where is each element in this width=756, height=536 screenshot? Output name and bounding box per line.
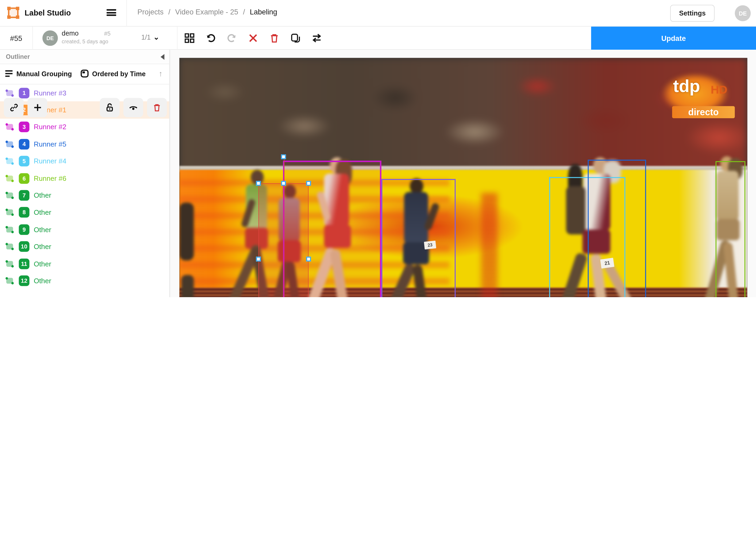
label-studio-logo-icon (7, 6, 20, 19)
breadcrumb-labeling: Labeling (250, 8, 277, 16)
resize-handle[interactable] (256, 181, 261, 185)
region-item[interactable]: 8 Other (0, 204, 169, 221)
motion-streak (481, 193, 497, 297)
bbox-icon (5, 276, 15, 285)
sort-direction-icon[interactable]: ↑ (159, 70, 162, 78)
bbox-icon (5, 139, 15, 149)
bbox-icon (5, 156, 15, 166)
region-number-badge: 3 (19, 122, 29, 132)
link-icon (9, 103, 18, 112)
trash-icon (153, 103, 161, 112)
region-actions (4, 98, 166, 117)
region-item-label: Other (34, 209, 51, 217)
plus-icon (33, 104, 41, 112)
region-item[interactable]: 9 Other (0, 221, 169, 238)
bbox-icon (5, 88, 15, 98)
collapse-panel-icon[interactable] (161, 54, 164, 60)
ordering-icon (80, 70, 89, 78)
bbox-icon (5, 259, 15, 269)
delete-region-button[interactable] (147, 98, 167, 117)
outliner-title: Outliner (6, 53, 30, 60)
region-item-label: Other (34, 243, 51, 251)
tv-logo: tdp (673, 76, 700, 97)
left-sidebar: Outliner Manual Grouping Ordered by Time… (0, 50, 170, 297)
rotation-connector (284, 157, 284, 184)
region-item-label: Runner #6 (34, 174, 66, 182)
chevron-down-icon[interactable]: ⌄ (153, 33, 160, 42)
region-item[interactable]: 11 Other (0, 255, 169, 272)
outliner-header: Outliner (0, 50, 169, 64)
lock-region-button[interactable] (100, 98, 119, 117)
region-number-badge: 12 (19, 276, 29, 286)
ordering-select[interactable]: Ordered by Time (80, 70, 146, 78)
swap-icon[interactable] (312, 33, 322, 43)
breadcrumb-projects[interactable]: Projects (138, 8, 164, 16)
region-number-badge: 6 (19, 173, 29, 184)
duplicate-icon[interactable] (291, 33, 300, 43)
region-item-label: Other (34, 277, 51, 285)
label-studio-app: Label Studio Projects / Video Example - … (0, 0, 756, 297)
rotate-handle[interactable] (281, 154, 286, 159)
region-number-badge: 9 (19, 224, 29, 235)
region-item-label: Runner #3 (34, 89, 66, 97)
bounding-box-runner-6[interactable] (716, 161, 745, 297)
resize-handle[interactable] (306, 256, 311, 261)
annotator-name: demo (62, 29, 79, 37)
region-item[interactable]: 5 Runner #4 (0, 153, 169, 170)
relation-button[interactable] (4, 98, 23, 117)
region-number-badge: 5 (19, 156, 29, 167)
outliner-controls: Manual Grouping Ordered by Time ↑ (0, 64, 169, 84)
video-frame[interactable]: 21 23 tdp HD directo 31:01.8 (179, 58, 747, 297)
annotator-block[interactable]: DE demo #5 created, 5 days ago 1/1 ⌄ (33, 26, 177, 50)
undo-icon[interactable] (206, 33, 215, 43)
breadcrumb: Projects / Video Example - 25 / Labeling (138, 8, 277, 16)
bounding-box-runner-1[interactable] (259, 183, 309, 297)
resize-handle[interactable] (306, 181, 311, 185)
region-number-badge: 1 (19, 88, 29, 98)
tv-logo-hd: HD (711, 83, 728, 97)
bbox-icon (5, 225, 15, 234)
add-meta-button[interactable] (27, 98, 47, 117)
region-number-badge: 11 (19, 258, 29, 269)
bbox-icon (5, 174, 15, 183)
bbox-icon (5, 122, 15, 132)
eye-icon (129, 104, 138, 112)
reject-icon[interactable] (248, 33, 258, 43)
region-item-label: Other (34, 260, 51, 267)
user-avatar[interactable]: DE (735, 5, 751, 21)
grid-view-icon[interactable] (185, 33, 194, 43)
redo-icon[interactable] (227, 33, 236, 43)
update-button[interactable]: Update (591, 26, 756, 50)
grouping-icon (5, 70, 13, 78)
region-item[interactable]: 3 Runner #2 (0, 118, 169, 136)
region-item[interactable]: 10 Other (0, 238, 169, 255)
bbox-icon (5, 242, 15, 251)
region-item[interactable]: 4 Runner #5 (0, 136, 169, 153)
region-number-badge: 10 (19, 241, 29, 252)
menu-icon[interactable] (107, 8, 116, 17)
grouping-select[interactable]: Manual Grouping (5, 70, 72, 78)
divider (126, 0, 127, 26)
region-item-label: Other (34, 191, 51, 199)
bounding-box-runner-3[interactable] (382, 179, 456, 297)
bbox-icon (5, 208, 15, 217)
settings-button[interactable]: Settings (670, 5, 714, 22)
bounding-box-runner-5[interactable] (588, 160, 646, 297)
resize-handle[interactable] (281, 181, 286, 185)
region-item[interactable]: 12 Other (0, 272, 169, 289)
delete-icon[interactable] (269, 33, 279, 43)
region-item-label: Runner #5 (34, 140, 66, 148)
annotation-pager: 1/1 (141, 33, 150, 41)
unlock-icon (106, 103, 114, 112)
runner-arm-left-edge (179, 203, 197, 297)
resize-handle[interactable] (256, 256, 261, 261)
annotation-number: #5 (104, 30, 111, 37)
region-item[interactable]: 7 Other (0, 187, 169, 204)
region-item-label: Runner #2 (34, 123, 66, 131)
breadcrumb-project[interactable]: Video Example - 25 (175, 8, 238, 16)
region-number-badge: 8 (19, 207, 29, 218)
hide-region-button[interactable] (123, 98, 143, 117)
region-item[interactable]: 6 Runner #6 (0, 170, 169, 187)
annotation-created: created, 5 days ago (62, 39, 108, 45)
brand[interactable]: Label Studio (7, 6, 71, 19)
